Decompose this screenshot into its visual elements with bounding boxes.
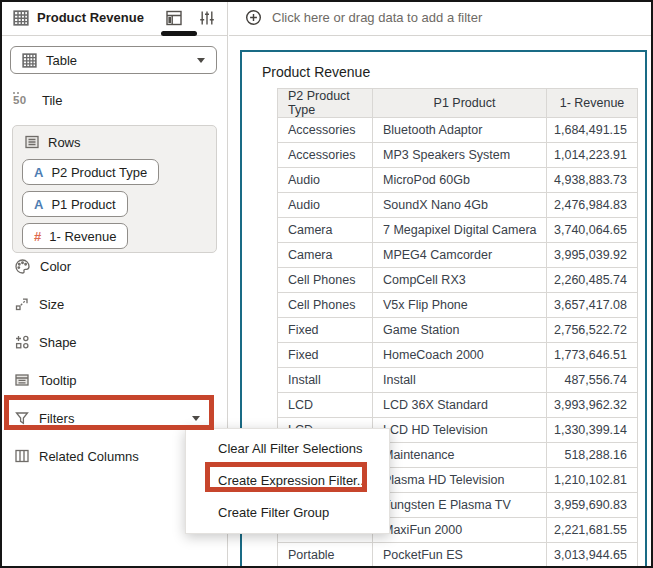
table-row[interactable]: LCDLCD 36X Standard3,993,962.32 [278, 393, 638, 418]
table-cell[interactable]: Maintenance [373, 443, 547, 468]
table-row[interactable]: AudioSoundX Nano 4Gb2,476,984.83 [278, 193, 638, 218]
table-cell[interactable]: 487,556.74 [547, 368, 638, 393]
chevron-down-icon [197, 58, 205, 63]
table-cell[interactable]: 4,938,883.73 [547, 168, 638, 193]
table-cell[interactable]: Audio [278, 193, 373, 218]
table-cell[interactable]: LCD HD Television [373, 418, 547, 443]
table-cell[interactable]: 1,330,399.14 [547, 418, 638, 443]
table-cell[interactable]: Install [278, 368, 373, 393]
related-columns-icon [14, 448, 30, 464]
add-circle-icon [245, 9, 262, 26]
table-cell[interactable]: Camera [278, 243, 373, 268]
sidebar-item-shape[interactable]: Shape [9, 323, 217, 361]
table-cell[interactable]: Audio [278, 168, 373, 193]
table-row[interactable]: AccessoriesMP3 Speakers System1,014,223.… [278, 143, 638, 168]
visualization-title: Product Revenue [262, 64, 370, 80]
tile-label: Tile [42, 93, 62, 108]
column-header-1-revenue[interactable]: 1- Revenue [547, 89, 638, 118]
table-cell[interactable]: 2,260,485.74 [547, 268, 638, 293]
table-cell[interactable]: CompCell RX3 [373, 268, 547, 293]
table-cell[interactable]: 3,740,064.65 [547, 218, 638, 243]
table-cell[interactable]: 1,684,491.15 [547, 118, 638, 143]
chip-p1-product[interactable]: A P1 Product [22, 191, 128, 217]
grammar-panel-tab[interactable] [164, 8, 184, 28]
column-header-p1-product[interactable]: P1 Product [373, 89, 547, 118]
table-cell[interactable]: Portable [278, 543, 373, 568]
table-cell[interactable]: 2,476,984.83 [547, 193, 638, 218]
table-row[interactable]: PortablePocketFun ES3,013,944.65 [278, 543, 638, 568]
menu-item-create-filter-group[interactable]: Create Filter Group [186, 497, 389, 529]
table-row[interactable]: AccessoriesBluetooth Adaptor1,684,491.15 [278, 118, 638, 143]
table-row[interactable]: Cell PhonesV5x Flip Phone3,657,417.08 [278, 293, 638, 318]
table-cell[interactable]: 1,210,102.81 [547, 468, 638, 493]
attribute-icon: A [34, 166, 43, 179]
tile-icon: 50 [13, 94, 31, 106]
table-cell[interactable]: LCD 36X Standard [373, 393, 547, 418]
table-cell[interactable]: Accessories [278, 118, 373, 143]
chip-p2-product-type[interactable]: A P2 Product Type [22, 159, 159, 185]
table-cell[interactable]: V5x Flip Phone [373, 293, 547, 318]
table-cell[interactable]: HomeCoach 2000 [373, 343, 547, 368]
tooltip-icon [14, 372, 30, 388]
table-cell[interactable]: Fixed [278, 343, 373, 368]
table-cell[interactable]: LCD [278, 393, 373, 418]
attribute-icon: A [34, 198, 43, 211]
visualization-type-select[interactable]: Table [10, 46, 217, 74]
sidebar-item-color[interactable]: Color [9, 247, 217, 285]
table-cell[interactable]: Bluetooth Adaptor [373, 118, 547, 143]
table-cell[interactable]: 2,221,681.55 [547, 518, 638, 543]
table-cell[interactable]: PocketFun ES [373, 543, 547, 568]
table-row[interactable]: FixedGame Station2,756,522.72 [278, 318, 638, 343]
table-viz-icon [22, 53, 37, 68]
rows-icon [24, 134, 40, 150]
table-row[interactable]: CameraMPEG4 Camcorder3,995,039.92 [278, 243, 638, 268]
table-row[interactable]: InstallInstall487,556.74 [278, 368, 638, 393]
add-filter-bar[interactable]: Click here or drag data to add a filter [229, 0, 653, 36]
visualization-type-value: Table [46, 53, 77, 68]
table-cell[interactable]: Fixed [278, 318, 373, 343]
table-row[interactable]: AudioMicroPod 60Gb4,938,883.73 [278, 168, 638, 193]
table-row[interactable]: FixedHomeCoach 20001,773,646.51 [278, 343, 638, 368]
table-cell[interactable]: Tungsten E Plasma TV [373, 493, 547, 518]
table-cell[interactable]: Camera [278, 218, 373, 243]
table-cell[interactable]: 3,013,944.65 [547, 543, 638, 568]
table-cell[interactable]: Install [373, 368, 547, 393]
table-row[interactable]: Cell PhonesCompCell RX32,260,485.74 [278, 268, 638, 293]
table-cell[interactable]: MicroPod 60Gb [373, 168, 547, 193]
table-cell[interactable]: MP3 Speakers System [373, 143, 547, 168]
table-row[interactable]: Camera7 Megapixel Digital Camera3,740,06… [278, 218, 638, 243]
column-header-p2-product-type[interactable]: P2 Product Type [278, 89, 373, 118]
rows-label: Rows [48, 135, 81, 150]
table-cell[interactable]: 1,014,223.91 [547, 143, 638, 168]
table-cell[interactable]: SoundX Nano 4Gb [373, 193, 547, 218]
table-cell[interactable]: Plasma HD Television [373, 468, 547, 493]
table-cell[interactable]: MPEG4 Camcorder [373, 243, 547, 268]
measure-icon: # [34, 230, 41, 243]
rows-drop-target: Rows A P2 Product Type A P1 Product # 1-… [12, 125, 217, 253]
chip-1-revenue[interactable]: # 1- Revenue [22, 223, 128, 249]
table-cell[interactable]: 3,995,039.92 [547, 243, 638, 268]
annotation-box-filters [4, 395, 214, 430]
table-cell[interactable]: 518,288.16 [547, 443, 638, 468]
table-cell[interactable]: Accessories [278, 143, 373, 168]
table-cell[interactable]: Game Station [373, 318, 547, 343]
table-cell[interactable]: 3,959,690.83 [547, 493, 638, 518]
size-icon [14, 296, 30, 312]
table-cell[interactable]: 2,756,522.72 [547, 318, 638, 343]
menu-item-clear-all-filter-selections[interactable]: Clear All Filter Selections [186, 433, 389, 465]
table-cell[interactable]: 3,993,962.32 [547, 393, 638, 418]
table-cell[interactable]: 1,773,646.51 [547, 343, 638, 368]
table-cell[interactable]: Cell Phones [278, 268, 373, 293]
tile-option[interactable]: 50 Tile [13, 88, 213, 112]
annotation-box-create-expression-filter [205, 462, 367, 492]
add-filter-prompt: Click here or drag data to add a filter [272, 10, 482, 25]
table-cell[interactable]: Cell Phones [278, 293, 373, 318]
color-palette-icon [14, 258, 31, 275]
properties-panel-tab[interactable] [197, 8, 217, 28]
sidebar-header: Product Revenue [0, 0, 227, 36]
table-cell[interactable]: 3,657,417.08 [547, 293, 638, 318]
table-cell[interactable]: 7 Megapixel Digital Camera [373, 218, 547, 243]
sidebar-item-size[interactable]: Size [9, 285, 217, 323]
table-cell[interactable]: MaxiFun 2000 [373, 518, 547, 543]
sidebar-item-tooltip[interactable]: Tooltip [9, 361, 217, 399]
